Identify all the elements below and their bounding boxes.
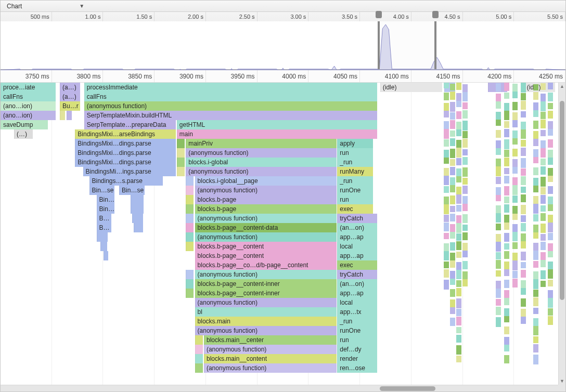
flame-frame[interactable]: apply [337, 139, 372, 148]
flame-frame[interactable]: _run [337, 176, 372, 186]
flame-frame[interactable] [186, 195, 194, 204]
flame-frame[interactable] [132, 214, 143, 223]
flame-frame[interactable]: (anonymous function) [195, 214, 337, 223]
flame-frame[interactable] [177, 167, 185, 176]
flame-frame[interactable]: _run [337, 317, 377, 326]
flame-frame[interactable] [100, 242, 107, 251]
flame-frame[interactable]: local [337, 298, 377, 307]
flame-frame[interactable]: callFns [1, 92, 56, 101]
flame-frame[interactable]: blocks.b-page__content-inner [195, 279, 337, 289]
flame-frame[interactable]: processImmediate [84, 83, 378, 92]
flame-frame[interactable]: (anonymous function) [204, 345, 337, 354]
flame-frame[interactable]: getHTML [177, 120, 378, 129]
flame-frame[interactable] [97, 232, 108, 242]
flame-frame[interactable]: (anonymous function) [186, 167, 337, 176]
overview-strip[interactable]: 500 ms1.00 s1.50 s2.00 s2.50 s3.00 s3.50… [1, 12, 565, 70]
flame-frame[interactable]: BindingsMixi…arseBindings [75, 129, 175, 139]
flame-frame[interactable]: (an…on) [337, 279, 377, 289]
flame-frame[interactable]: app…ap [337, 289, 377, 298]
flame-frame[interactable]: SerpTemplate…prepareData [84, 120, 176, 129]
flame-frame[interactable]: (anonymous function) [204, 363, 337, 373]
flame-frame[interactable]: run [337, 195, 372, 204]
flame-frame[interactable]: Bin…se [97, 204, 115, 214]
flame-frame[interactable] [195, 345, 203, 354]
flame-chart[interactable]: proce…iate(a…)processImmediate(idle)(idl… [1, 83, 565, 392]
flame-frame[interactable]: blocks.main [195, 317, 337, 326]
flame-frame[interactable] [488, 83, 507, 92]
flame-frame[interactable]: blocks.b-page__content [195, 251, 337, 260]
flame-frame[interactable] [131, 204, 144, 214]
flame-frame[interactable]: (a…) [60, 92, 80, 101]
flame-frame[interactable]: (ano…ion) [1, 111, 56, 120]
vertical-scrollbar[interactable]: ▲ ▼ [558, 83, 565, 385]
flame-frame[interactable]: blocks.i-global [186, 158, 337, 167]
flame-frame[interactable]: runMany [337, 167, 372, 176]
flame-frame[interactable] [186, 279, 194, 289]
flame-frame[interactable]: blocks.b-page__co…d/b-page__content [195, 260, 337, 270]
flame-frame[interactable] [444, 83, 456, 92]
flame-frame[interactable]: proce…iate [1, 83, 56, 92]
flame-frame[interactable]: (anonymous function) [84, 101, 378, 111]
flame-frame[interactable]: app…tx [337, 307, 377, 317]
scroll-thumb-vertical[interactable] [560, 101, 564, 300]
flame-frame[interactable]: main [177, 129, 378, 139]
flame-frame[interactable]: (anonymous function) [195, 232, 337, 242]
scroll-down-icon[interactable]: ▼ [559, 377, 565, 385]
flame-frame[interactable] [60, 111, 65, 120]
flame-frame[interactable] [186, 186, 194, 195]
flame-frame[interactable] [186, 214, 194, 223]
flame-frame[interactable]: app…ap [337, 232, 377, 242]
flame-frame[interactable]: run [337, 148, 372, 158]
flame-frame[interactable]: (ano…ion) [1, 101, 56, 111]
flame-frame[interactable]: B… [97, 223, 111, 232]
flame-frame[interactable]: (anonymous function) [195, 186, 337, 195]
flame-frame[interactable]: (anonymous function) [186, 148, 337, 158]
flame-frame[interactable]: Bin…se [119, 186, 145, 195]
view-mode-dropdown[interactable]: Chart ▼ [4, 2, 87, 11]
flame-frame[interactable]: saveDump [1, 120, 48, 129]
flame-frame[interactable]: blocks.main__content [204, 354, 337, 363]
flame-frame[interactable] [186, 232, 194, 242]
flame-frame[interactable]: (idle) [524, 83, 556, 92]
flame-frame[interactable]: (anonymous function) [195, 326, 337, 335]
flame-frame[interactable]: mainPriv [186, 139, 337, 148]
flame-frame[interactable]: (anonymous function) [195, 298, 337, 307]
flame-frame[interactable]: BindingsMixi…dings.parse [75, 158, 175, 167]
scroll-thumb-horizontal[interactable] [380, 386, 435, 391]
flame-frame[interactable]: (an…on) [337, 223, 377, 232]
flame-frame[interactable]: exec [337, 260, 377, 270]
flame-frame[interactable]: (anonymous function) [195, 270, 337, 279]
flame-frame[interactable] [186, 289, 194, 298]
flame-frame[interactable]: blocks.b-page [195, 204, 337, 214]
flame-frame[interactable]: render [337, 354, 377, 363]
flame-frame[interactable]: ren…ose [337, 363, 377, 373]
flame-frame[interactable] [195, 363, 203, 373]
flame-frame[interactable] [177, 148, 185, 158]
flame-frame[interactable]: def…dy [337, 345, 377, 354]
flame-frame[interactable]: Bin…se [89, 186, 115, 195]
flame-frame[interactable]: _run [337, 158, 372, 167]
flame-frame[interactable]: blocks.i-global__page [195, 176, 337, 186]
flame-ruler[interactable]: 3750 ms3800 ms3850 ms3900 ms3950 ms4000 … [1, 70, 565, 83]
flame-frame[interactable]: blocks.b-page__content-data [195, 223, 337, 232]
flame-frame[interactable]: blocks.b-page__content-inner [195, 289, 337, 298]
flame-frame[interactable]: SerpTemplateMixin.buildHTML [84, 111, 378, 120]
flame-frame[interactable] [104, 251, 108, 260]
flame-frame[interactable] [186, 204, 194, 214]
flame-frame[interactable]: local [337, 242, 377, 251]
overview-selection[interactable] [378, 21, 436, 69]
flame-frame[interactable]: run [337, 335, 377, 345]
flame-chart-area[interactable]: proce…iate(a…)processImmediate(idle)(idl… [1, 83, 565, 392]
flame-frame[interactable] [186, 223, 194, 232]
flame-frame[interactable]: app…ap [337, 251, 377, 260]
flame-frame[interactable] [186, 176, 194, 186]
flame-frame[interactable]: callFns [84, 92, 378, 101]
flame-frame[interactable]: tryCatch [337, 270, 377, 279]
flame-frame[interactable] [177, 158, 185, 167]
flame-frame[interactable] [67, 111, 72, 120]
flame-frame[interactable]: BindingsMi…ings.parse [83, 167, 176, 176]
flame-frame[interactable] [186, 242, 194, 251]
flame-frame[interactable]: tryCatch [337, 214, 377, 223]
flame-frame[interactable] [195, 335, 203, 345]
flame-frame[interactable]: blocks.b-page [195, 195, 337, 204]
